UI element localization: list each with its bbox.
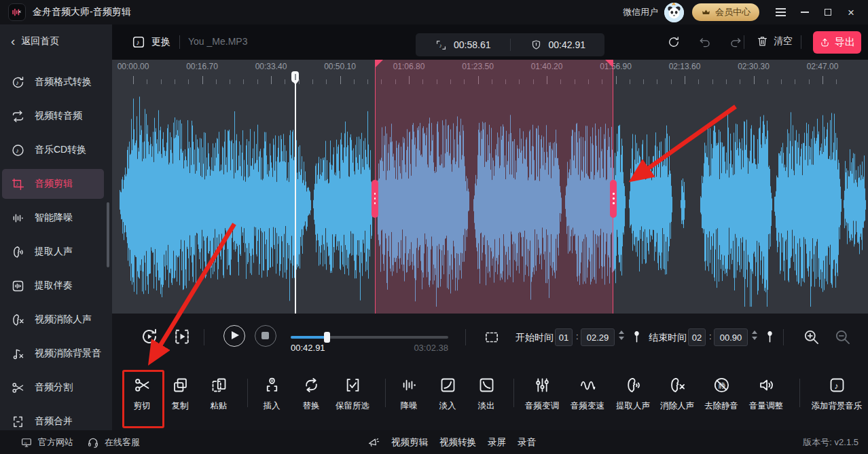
timeline-label: 00:50.10: [324, 62, 356, 71]
timeline-label: 02:30.30: [738, 62, 770, 71]
selection-end-handle[interactable]: [610, 180, 617, 218]
online-support-link[interactable]: 在线客服: [87, 430, 140, 454]
zoom-out-icon[interactable]: [833, 328, 852, 346]
refresh-icon[interactable]: [667, 35, 681, 49]
sidebar-item-label: 视频转音频: [35, 110, 82, 122]
selection-start-handle[interactable]: [372, 180, 378, 218]
sidebar-item-label: 音频分割: [35, 381, 73, 394]
total-time: 03:02.38: [401, 343, 448, 353]
end-second-input[interactable]: [714, 328, 748, 346]
sidebar-item-label: 音乐CD转换: [35, 144, 86, 156]
stop-button[interactable]: [255, 325, 276, 347]
note-brackets-icon: [435, 39, 448, 52]
ic-cd: [11, 143, 25, 157]
ic-cut: [11, 381, 25, 395]
clear-button[interactable]: 清空: [756, 35, 793, 48]
start-time-label: 开始时间: [516, 332, 554, 344]
footer-link[interactable]: 录音: [518, 436, 536, 449]
official-website-link[interactable]: 官方网站: [20, 430, 73, 454]
toolbar-label: 音频变速: [571, 400, 604, 412]
end-time-label: 结束时间: [649, 332, 687, 344]
vip-center-button[interactable]: 会员中心: [692, 3, 759, 21]
maximize-button[interactable]: [819, 3, 837, 21]
zoom-in-icon[interactable]: [802, 328, 820, 346]
sidebar-item-video-remove-vocal[interactable]: 视频消除人声: [0, 303, 112, 337]
footer-product-links: 视频剪辑视频转换录屏录音: [367, 430, 536, 454]
selection-box-icon[interactable]: [483, 328, 501, 346]
footer-link[interactable]: 视频剪辑: [391, 436, 428, 449]
sidebar-item-label: 智能降噪: [35, 212, 73, 224]
progress-slider[interactable]: [291, 334, 448, 341]
toolbar-label: 保留所选: [336, 400, 369, 412]
redo-icon[interactable]: [729, 35, 742, 49]
app-title: 金舟音频大师-音频剪辑: [33, 6, 131, 18]
sidebar-item-smart-denoise[interactable]: 智能降噪: [0, 201, 112, 235]
user-avatar[interactable]: [664, 3, 684, 22]
ic-pitch: [533, 376, 551, 394]
megaphone-icon: [367, 436, 380, 449]
export-button[interactable]: 导出: [813, 31, 861, 54]
menu-icon[interactable]: [772, 3, 789, 21]
crown-icon: [701, 7, 711, 18]
sidebar-item-label: 视频消除人声: [35, 314, 92, 326]
monitor-icon: [20, 436, 33, 449]
selection-duration-value: 00:58.61: [454, 39, 491, 50]
loop-play-icon[interactable]: [139, 326, 160, 347]
clear-label: 清空: [774, 35, 793, 48]
minimize-button[interactable]: [796, 3, 814, 21]
music-note-icon: [131, 35, 146, 50]
sidebar-item-video-to-audio[interactable]: 视频转音频: [0, 99, 112, 133]
playhead-line: [295, 83, 296, 314]
toolbar-label: 音量调整: [749, 400, 783, 412]
current-time: 00:42.91: [291, 343, 325, 353]
toolbar-label: 替换: [303, 400, 320, 412]
sidebar-item-audio-edit[interactable]: 音频剪辑: [0, 167, 112, 201]
end-time-stepper[interactable]: [752, 330, 757, 340]
cursor-time-value: 00:42.91: [549, 39, 586, 50]
file-name: You _Me.MP3: [188, 36, 247, 47]
chevron-left-icon: ‹: [11, 37, 15, 45]
sidebar: ‹ 返回首页 音频格式转换 视频转音频 音乐CD转换 音频剪辑 智能降噪 提取人…: [0, 24, 112, 430]
ic-keep: [344, 376, 362, 394]
sidebar-item-label: 提取人声: [35, 246, 73, 258]
ic-format: [11, 75, 25, 90]
undo-icon[interactable]: [698, 35, 712, 49]
slider-thumb[interactable]: [324, 332, 330, 343]
start-time-stepper[interactable]: [619, 330, 624, 340]
transport-bar: 00:42.91 03:02.38 开始时间 : 结束时间 :: [112, 314, 868, 361]
cursor-time: 00:42.91: [511, 39, 605, 52]
toolbar-volume-button[interactable]: 音量调整: [734, 376, 799, 412]
footer-link[interactable]: 视频转换: [439, 436, 476, 449]
sidebar-item-audio-format-convert[interactable]: 音频格式转换: [0, 65, 112, 99]
version-text: 版本号: v2.1.5: [803, 430, 858, 454]
slider-fill: [291, 336, 327, 339]
toolbar-keep-selection-button[interactable]: 保留所选: [320, 376, 385, 412]
change-file-button[interactable]: 更换: [151, 36, 170, 48]
start-minute-input[interactable]: [555, 328, 573, 346]
sidebar-item-extract-accompaniment[interactable]: 提取伴奏: [0, 269, 112, 303]
footer: 官方网站 在线客服 视频剪辑视频转换录屏录音 版本号: v2.1.5: [0, 430, 868, 454]
end-minute-input[interactable]: [688, 328, 706, 346]
start-pin-icon[interactable]: [629, 329, 645, 345]
end-pin-icon[interactable]: [762, 329, 778, 345]
toolbar-add-bgm-button[interactable]: 添加背景音乐: [804, 376, 868, 412]
ic-fadeout: [477, 376, 496, 394]
sidebar-item-audio-split[interactable]: 音频分割: [0, 371, 112, 404]
play-selection-icon[interactable]: [172, 326, 192, 347]
ic-notex: [11, 347, 25, 361]
selection-region[interactable]: [375, 60, 613, 314]
sidebar-item-cd-convert[interactable]: 音乐CD转换: [0, 133, 112, 167]
close-button[interactable]: ×: [842, 3, 860, 21]
sidebar-scrollbar[interactable]: [107, 202, 109, 267]
sidebar-item-extract-vocal[interactable]: 提取人声: [0, 235, 112, 269]
divider: [204, 329, 204, 345]
footer-link[interactable]: 录屏: [488, 436, 506, 449]
sidebar-item-label: 音频格式转换: [35, 76, 92, 88]
timeline-label: 02:13.60: [669, 62, 701, 71]
sidebar-item-video-remove-bgm[interactable]: 视频消除背景音: [0, 337, 112, 371]
start-second-input[interactable]: [581, 328, 615, 346]
timeline-label: 00:33.40: [255, 62, 287, 71]
back-to-home-button[interactable]: ‹ 返回首页: [0, 24, 112, 54]
play-button[interactable]: [223, 325, 245, 347]
playhead-marker[interactable]: [291, 71, 299, 83]
